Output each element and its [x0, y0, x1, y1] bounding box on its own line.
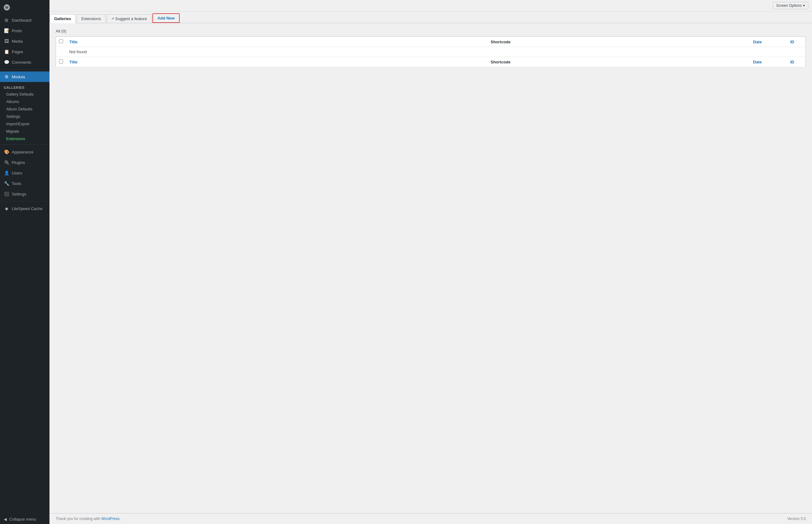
sidebar-sub-import-export[interactable]: Import/Export: [0, 120, 49, 128]
sidebar-sub-settings[interactable]: Settings: [0, 113, 49, 120]
content-area: Galleries Extensions ↗ Suggest a feature…: [49, 12, 812, 513]
footer-title-label[interactable]: Title: [69, 60, 78, 64]
sidebar-sub-extensions[interactable]: Extensions: [0, 135, 49, 143]
footer-title[interactable]: Title: [66, 57, 488, 67]
posts-icon: 📝: [4, 28, 9, 33]
sidebar-item-dashboard-label: Dashboard: [12, 18, 32, 22]
sidebar-item-settings[interactable]: ⬛ Settings: [0, 189, 49, 199]
appearance-icon: 🎨: [4, 149, 9, 155]
screen-options-label: Screen Options: [776, 3, 802, 8]
footer-version: Version 5.6: [787, 517, 806, 521]
tabs-bar: Galleries Extensions ↗ Suggest a feature…: [49, 12, 812, 23]
header-date-label[interactable]: Date: [753, 39, 762, 44]
not-found-message: Not found: [66, 47, 806, 57]
users-icon: 👤: [4, 170, 9, 176]
sidebar-item-posts[interactable]: 📝 Posts: [0, 26, 49, 36]
sidebar-item-media-label: Media: [12, 39, 22, 44]
tools-icon: 🔧: [4, 181, 9, 186]
screen-options-button[interactable]: Screen Options ▾: [773, 2, 808, 9]
sidebar-item-dashboard[interactable]: ⊞ Dashboard: [0, 15, 49, 26]
footer-thank-you: Thank you for creating with: [56, 517, 100, 521]
footer-left: Thank you for creating with WordPress.: [56, 517, 121, 521]
footer-id[interactable]: ID: [787, 57, 806, 67]
sidebar-divider-1: [0, 69, 49, 70]
footer-shortcode: Shortcode: [488, 57, 750, 67]
sidebar-item-users[interactable]: 👤 Users: [0, 168, 49, 178]
footer-date-label[interactable]: Date: [753, 60, 762, 64]
sidebar-item-tools-label: Tools: [12, 181, 21, 186]
footer: Thank you for creating with WordPress. V…: [49, 513, 812, 524]
table-header-row: Title Shortcode Date ID: [56, 37, 806, 47]
footer-wordpress-link[interactable]: WordPress: [101, 517, 119, 521]
sidebar-item-settings-label: Settings: [12, 192, 26, 196]
sidebar-item-litespeed[interactable]: ◆ LiteSpeed Cache: [0, 203, 49, 214]
top-bar: Screen Options ▾: [49, 0, 812, 12]
header-shortcode: Shortcode: [488, 37, 750, 47]
sidebar-item-posts-label: Posts: [12, 29, 22, 33]
footer-select-all-checkbox[interactable]: [59, 60, 63, 63]
plugins-icon: 🔌: [4, 160, 9, 165]
wp-logo-icon: W: [4, 4, 10, 11]
media-icon: 🖼: [4, 38, 9, 44]
sidebar-sub-gallery-defaults[interactable]: Gallery Defaults: [0, 91, 49, 98]
sidebar-item-appearance[interactable]: 🎨 Appearance: [0, 147, 49, 157]
sidebar: W ⊞ Dashboard 📝 Posts 🖼 Media 📋 Pages 💬 …: [0, 0, 49, 524]
sidebar-item-pages-label: Pages: [12, 49, 23, 54]
filter-count: (0): [61, 29, 66, 33]
header-id[interactable]: ID: [787, 37, 806, 47]
table-footer-row: Title Shortcode Date ID: [56, 57, 806, 67]
sidebar-item-litespeed-label: LiteSpeed Cache: [12, 206, 43, 211]
header-title-label[interactable]: Title: [69, 39, 78, 44]
modula-icon: ⚙: [4, 74, 9, 80]
sidebar-item-comments-label: Comments: [12, 60, 31, 65]
comments-icon: 💬: [4, 60, 9, 65]
sidebar-item-media[interactable]: 🖼 Media: [0, 36, 49, 46]
tab-add-new-label: Add New: [157, 16, 175, 20]
tab-galleries[interactable]: Galleries: [49, 14, 76, 23]
sidebar-item-users-label: Users: [12, 171, 22, 175]
tab-extensions[interactable]: Extensions: [77, 14, 106, 23]
sidebar-item-modula[interactable]: ⚙ Modula: [0, 71, 49, 82]
dashboard-icon: ⊞: [4, 17, 9, 23]
footer-shortcode-label: Shortcode: [491, 60, 510, 64]
collapse-menu-button[interactable]: ◀ Collapse menu: [0, 514, 49, 524]
footer-id-label[interactable]: ID: [790, 60, 794, 64]
tab-suggest[interactable]: ↗ Suggest a feature: [107, 14, 152, 23]
header-checkbox-cell: [56, 37, 67, 47]
header-id-label[interactable]: ID: [790, 39, 794, 44]
tab-add-new[interactable]: Add New: [152, 13, 180, 23]
footer-checkbox-cell: [56, 57, 67, 67]
sidebar-logo: W: [0, 0, 49, 15]
tab-suggest-label: Suggest a feature: [115, 16, 147, 21]
main-content: Screen Options ▾ Galleries Extensions ↗ …: [49, 0, 812, 524]
collapse-label: Collapse menu: [9, 517, 36, 522]
header-title[interactable]: Title: [66, 37, 488, 47]
sidebar-item-pages[interactable]: 📋 Pages: [0, 46, 49, 57]
header-shortcode-label: Shortcode: [491, 39, 510, 44]
pages-icon: 📋: [4, 49, 9, 54]
tab-extensions-label: Extensions: [81, 16, 101, 21]
sidebar-item-comments[interactable]: 💬 Comments: [0, 57, 49, 67]
litespeed-icon: ◆: [4, 206, 9, 211]
collapse-icon: ◀: [4, 517, 7, 522]
external-link-icon: ↗: [111, 17, 114, 21]
galleries-section-label: Galleries: [0, 82, 49, 91]
gallery-table: Title Shortcode Date ID: [56, 36, 806, 67]
content-inner: All (0) Title Shortcode: [49, 23, 812, 73]
screen-options-arrow: ▾: [803, 3, 805, 8]
sidebar-item-modula-label: Modula: [12, 75, 25, 79]
footer-date[interactable]: Date: [750, 57, 787, 67]
filter-all-label: All (0): [56, 29, 66, 33]
select-all-checkbox[interactable]: [59, 39, 63, 43]
sidebar-sub-migrate[interactable]: Migrate: [0, 128, 49, 135]
sidebar-divider-3: [0, 201, 49, 201]
sidebar-item-tools[interactable]: 🔧 Tools: [0, 178, 49, 189]
tab-galleries-label: Galleries: [54, 16, 71, 21]
sidebar-item-plugins-label: Plugins: [12, 160, 25, 165]
sidebar-sub-albums[interactable]: Albums: [0, 98, 49, 105]
sidebar-item-plugins[interactable]: 🔌 Plugins: [0, 157, 49, 168]
not-found-check: [56, 47, 67, 57]
filter-bar: All (0): [56, 26, 806, 35]
header-date[interactable]: Date: [750, 37, 787, 47]
sidebar-sub-album-defaults[interactable]: Album Defaults: [0, 105, 49, 113]
